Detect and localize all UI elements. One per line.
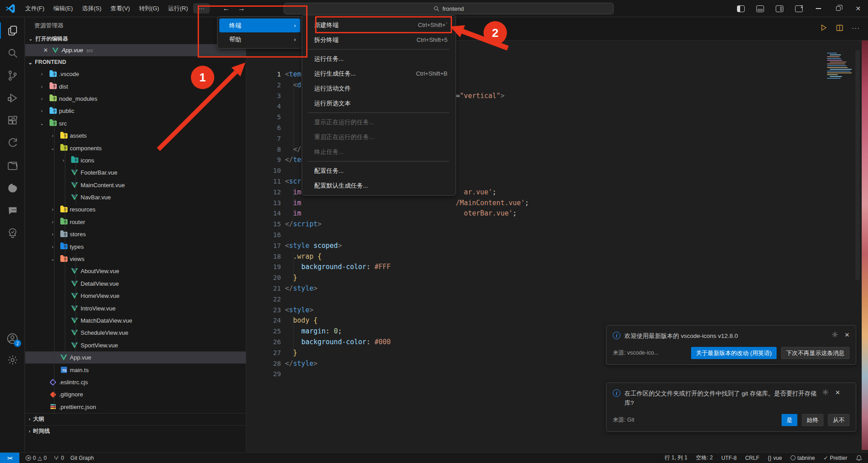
tree-item-IntroView.vue[interactable]: IntroView.vue bbox=[25, 302, 246, 314]
git-open-yes-button[interactable]: 是 bbox=[782, 414, 797, 426]
tree-item-SportView.vue[interactable]: SportView.vue bbox=[25, 339, 246, 351]
language-mode-status[interactable]: {} vue bbox=[765, 455, 785, 461]
tree-item-.eslintrc.cjs[interactable]: .eslintrc.cjs bbox=[25, 376, 246, 388]
notification-close-icon[interactable]: ✕ bbox=[845, 331, 850, 341]
menubar-item-3[interactable]: 查看(V) bbox=[106, 3, 134, 14]
submenu-item-配置任务...[interactable]: 配置任务... bbox=[304, 163, 454, 178]
tree-item-NavBar.vue[interactable]: NavBar.vue bbox=[25, 191, 246, 203]
submenu-item-运行生成任务...[interactable]: 运行生成任务...Ctrl+Shift+B bbox=[304, 66, 454, 81]
tree-item-ScheduleView.vue[interactable]: ScheduleView.vue bbox=[25, 327, 246, 339]
menubar-item-1[interactable]: 编辑(E) bbox=[49, 3, 77, 14]
tree-item-FooterBar.vue[interactable]: FooterBar.vue bbox=[25, 166, 246, 179]
submenu-item-运行任务...[interactable]: 运行任务... bbox=[304, 51, 454, 66]
menu-separator bbox=[308, 49, 449, 49]
eol-status[interactable]: CRLF bbox=[742, 455, 762, 461]
close-icon[interactable]: ✕ bbox=[43, 47, 48, 54]
toggle-secondary-sidebar-icon[interactable] bbox=[776, 5, 783, 12]
timeline-section[interactable]: › 时间线 bbox=[25, 425, 246, 437]
source-control-icon[interactable] bbox=[0, 65, 25, 86]
menubar-item-5[interactable]: 运行(R) bbox=[163, 3, 192, 14]
menubar-item-2[interactable]: 选择(S) bbox=[77, 3, 106, 14]
command-center-search[interactable]: frontend bbox=[284, 3, 614, 14]
tree-item-components[interactable]: ⌄components bbox=[25, 142, 246, 154]
tree-item-.prettierrc.json[interactable]: .prettierrc.json bbox=[25, 401, 246, 413]
code-token: > bbox=[501, 92, 505, 100]
notification-dismiss-button[interactable]: 下次不再显示这条消息 bbox=[781, 347, 850, 359]
notification-settings-gear-icon[interactable] bbox=[832, 331, 838, 338]
minimize-button[interactable] bbox=[809, 0, 828, 17]
run-file-icon[interactable] bbox=[820, 24, 827, 31]
minimap[interactable] bbox=[827, 53, 853, 81]
codegeex-icon[interactable] bbox=[0, 178, 25, 198]
tree-item-App.vue[interactable]: App.vue bbox=[25, 351, 246, 364]
menubar-item-0[interactable]: 文件(F) bbox=[21, 3, 49, 14]
prettier-status[interactable]: ✓ Prettier bbox=[821, 455, 850, 461]
folder-icon bbox=[60, 145, 68, 152]
git-open-always-button[interactable]: 始终 bbox=[802, 414, 823, 426]
tree-item-views[interactable]: ⌄views bbox=[25, 253, 246, 265]
tabnine-status[interactable]: tabnine bbox=[788, 455, 818, 461]
todo-tree-icon[interactable] bbox=[0, 223, 25, 243]
tree-item-assets[interactable]: ›assets bbox=[25, 130, 246, 142]
encoding-status[interactable]: UTF-8 bbox=[719, 455, 739, 461]
notification-close-icon[interactable]: ✕ bbox=[835, 389, 840, 408]
run-debug-icon[interactable] bbox=[0, 88, 25, 108]
git-graph-status[interactable]: Git Graph bbox=[70, 455, 94, 461]
ports-status[interactable]: 0 bbox=[53, 455, 64, 461]
tree-item-.gitignore[interactable]: .gitignore bbox=[25, 388, 246, 400]
tree-item-DetailView.vue[interactable]: DetailView.vue bbox=[25, 278, 246, 290]
explorer-icon[interactable] bbox=[0, 20, 25, 41]
tree-item-stores[interactable]: ›stores bbox=[25, 228, 246, 240]
restore-button[interactable] bbox=[828, 0, 848, 17]
customize-layout-icon[interactable] bbox=[795, 5, 803, 12]
editor-scrollbar[interactable] bbox=[855, 50, 860, 280]
split-editor-icon[interactable] bbox=[836, 24, 843, 31]
toggle-sidebar-icon[interactable] bbox=[737, 5, 745, 12]
submenu-item-配置默认生成任务...[interactable]: 配置默认生成任务... bbox=[304, 178, 454, 193]
notification-settings-gear-icon[interactable] bbox=[822, 389, 829, 396]
extensions-icon[interactable] bbox=[0, 110, 25, 131]
workspace-root-frontend[interactable]: ⌄ FRONTEND bbox=[25, 56, 246, 68]
tree-item-router[interactable]: ›router bbox=[25, 216, 246, 228]
tree-item-resources[interactable]: ›resources bbox=[25, 203, 246, 216]
toggle-panel-icon[interactable] bbox=[756, 5, 764, 12]
account-icon[interactable]: 2 bbox=[0, 328, 25, 349]
submenu-item-拆分终端[interactable]: 拆分终端Ctrl+Shift+5 bbox=[304, 32, 454, 47]
menubar-item-4[interactable]: 转到(G) bbox=[135, 3, 164, 14]
folder-icon bbox=[60, 256, 68, 262]
tree-item-src[interactable]: ⌄src bbox=[25, 117, 246, 130]
tree-item-MatchDataView.vue[interactable]: MatchDataView.vue bbox=[25, 315, 246, 327]
line-number: 15 bbox=[247, 219, 281, 230]
close-button[interactable]: ✕ bbox=[848, 0, 868, 17]
submenu-item-运行活动文件[interactable]: 运行活动文件 bbox=[304, 81, 454, 96]
notifications-bell-icon[interactable] bbox=[853, 455, 865, 461]
tree-item-main.ts[interactable]: TSmain.ts bbox=[25, 364, 246, 376]
cursor-position-status[interactable]: 行 1, 列 1 bbox=[662, 454, 690, 462]
tree-item-public[interactable]: ›public bbox=[25, 105, 246, 117]
git-open-never-button[interactable]: 从不 bbox=[828, 414, 850, 426]
outline-section[interactable]: › 大纲 bbox=[25, 413, 246, 425]
indent-guide bbox=[293, 144, 294, 155]
minimap-line bbox=[827, 67, 848, 68]
problems-status[interactable]: 0 △ 0 bbox=[26, 455, 47, 461]
notification-action-button[interactable]: 关于最新版本的改动 (用英语) bbox=[691, 347, 777, 359]
editor-more-actions-icon[interactable]: ··· bbox=[852, 24, 860, 31]
submenu-item-运行所选文本[interactable]: 运行所选文本 bbox=[304, 96, 454, 111]
project-manager-icon[interactable] bbox=[0, 155, 25, 176]
indentation-status[interactable]: 空格: 2 bbox=[693, 454, 715, 462]
remote-explorer-icon[interactable] bbox=[0, 133, 25, 153]
settings-gear-icon[interactable] bbox=[0, 350, 25, 370]
code-token: </ bbox=[285, 284, 293, 292]
chat-assistant-icon[interactable] bbox=[0, 200, 25, 221]
tree-item-MainContent.vue[interactable]: MainContent.vue bbox=[25, 179, 246, 191]
tree-item-node_modules[interactable]: ›node_modules bbox=[25, 93, 246, 105]
folder-icon bbox=[49, 83, 57, 90]
tree-item-types[interactable]: ›types bbox=[25, 240, 246, 252]
tree-item-icons[interactable]: ›icons bbox=[25, 154, 246, 166]
tree-item-HomeView.vue[interactable]: HomeView.vue bbox=[25, 290, 246, 302]
search-sidebar-icon[interactable] bbox=[0, 43, 25, 63]
desktop-wallpaper-sliver bbox=[862, 40, 868, 450]
code-line: <style> bbox=[285, 305, 529, 316]
tree-item-AboutView.vue[interactable]: AboutView.vue bbox=[25, 265, 246, 277]
remote-indicator[interactable]: >< bbox=[0, 453, 19, 463]
